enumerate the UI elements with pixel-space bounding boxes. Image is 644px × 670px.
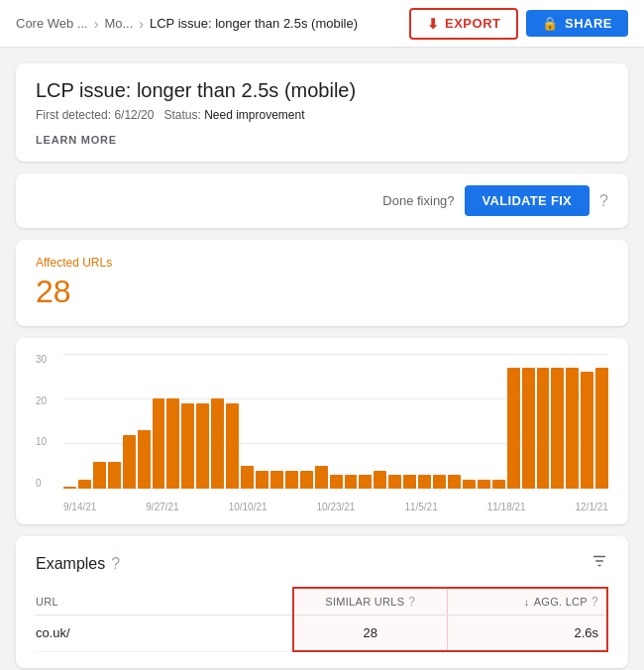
x-labels: 9/14/21 9/27/21 10/10/21 10/23/21 11/5/2… xyxy=(63,502,608,512)
chart-bar-19 xyxy=(345,475,358,489)
chart-bar-22 xyxy=(388,475,401,489)
chart-bar-14 xyxy=(270,471,283,489)
chart-bar-1 xyxy=(78,480,91,489)
done-fixing-text: Done fixing? xyxy=(382,193,454,208)
chart-bar-35 xyxy=(581,372,593,489)
examples-help-icon[interactable]: ? xyxy=(111,555,120,573)
chart-bar-29 xyxy=(492,480,505,489)
x-label-3: 10/23/21 xyxy=(317,502,356,512)
chart-bar-2 xyxy=(93,462,106,489)
breadcrumb: Core Web ... › Mo... › LCP issue: longer… xyxy=(16,16,358,32)
chart-bar-23 xyxy=(403,475,416,489)
lcp-header-inner: ↓ Agg. LCP ? xyxy=(456,595,598,609)
chart-bar-7 xyxy=(166,398,179,489)
similar-col-label: Similar URLs xyxy=(325,596,404,608)
x-label-2: 10/10/21 xyxy=(229,502,268,512)
lock-icon: 🔒 xyxy=(542,16,559,31)
col-header-similar: Similar URLs ? xyxy=(293,588,448,615)
chart-bar-15 xyxy=(285,471,298,489)
similar-cell: 28 xyxy=(293,615,448,652)
table-header-row: URL Similar URLs ? ↓ Agg xyxy=(36,588,607,615)
export-label: EXPORT xyxy=(445,16,500,31)
lcp-cell: 2.6s xyxy=(447,615,607,652)
learn-more-link[interactable]: LEARN MORE xyxy=(36,134,608,146)
breadcrumb-current: LCP issue: longer than 2.5s (mobile) xyxy=(150,16,358,31)
breadcrumb-separator-2: › xyxy=(139,16,144,32)
x-label-6: 12/1/21 xyxy=(576,502,608,512)
chart-bar-11 xyxy=(226,403,239,489)
x-label-0: 9/14/21 xyxy=(63,502,96,512)
chart-bar-33 xyxy=(551,368,564,489)
chart-bar-30 xyxy=(507,368,520,489)
chart-bar-6 xyxy=(153,398,165,489)
chart-bar-9 xyxy=(196,403,209,489)
chart-bar-18 xyxy=(330,475,343,489)
nav-actions: ⬇ EXPORT 🔒 SHARE xyxy=(409,8,628,40)
chart-bar-28 xyxy=(478,480,490,489)
affected-urls-label: Affected URLs xyxy=(36,256,608,270)
examples-title: Examples ? xyxy=(36,555,120,573)
chart-bar-5 xyxy=(138,430,151,489)
help-icon[interactable]: ? xyxy=(599,192,608,210)
x-label-1: 9/27/21 xyxy=(146,502,178,512)
lcp-col-label: Agg. LCP xyxy=(534,596,588,608)
chart-y-labels: 30 20 10 0 xyxy=(36,354,47,489)
issue-meta: First detected: 6/12/20 Status: Need imp… xyxy=(36,108,608,122)
chart-bar-13 xyxy=(256,471,268,489)
url-col-label: URL xyxy=(36,596,58,608)
y-label-30: 30 xyxy=(36,354,47,365)
issue-title: LCP issue: longer than 2.5s (mobile) xyxy=(36,79,608,102)
validate-fix-button[interactable]: VALIDATE FIX xyxy=(465,185,590,216)
col-header-url: URL xyxy=(36,588,293,615)
chart-bar-24 xyxy=(418,475,431,489)
chart-card: 30 20 10 0 9/14/21 9/27/21 10/10/21 10/2… xyxy=(16,338,628,524)
chart-bar-36 xyxy=(595,368,608,489)
chart-bar-16 xyxy=(300,471,313,489)
export-button[interactable]: ⬇ EXPORT xyxy=(409,8,519,40)
examples-title-text: Examples xyxy=(36,555,105,573)
y-label-20: 20 xyxy=(36,395,47,406)
chart-bar-0 xyxy=(63,487,76,489)
top-nav: Core Web ... › Mo... › LCP issue: longer… xyxy=(0,0,644,48)
chart-bar-17 xyxy=(315,466,328,489)
table-row: co.uk/ 28 2.6s xyxy=(36,615,607,652)
examples-header: Examples ? xyxy=(36,552,608,575)
chart-bar-32 xyxy=(537,368,550,489)
validate-fix-card: Done fixing? VALIDATE FIX ? xyxy=(16,173,628,228)
breadcrumb-item-mobile[interactable]: Mo... xyxy=(104,16,133,31)
table-wrapper: URL Similar URLs ? ↓ Agg xyxy=(36,587,608,652)
down-arrow-icon: ↓ xyxy=(524,596,530,608)
col-header-lcp: ↓ Agg. LCP ? xyxy=(447,588,607,615)
chart-bar-26 xyxy=(448,475,461,489)
chart-bar-8 xyxy=(181,403,194,489)
affected-urls-card: Affected URLs 28 xyxy=(16,240,628,326)
chart-bar-31 xyxy=(522,368,535,489)
status-text: Need improvement xyxy=(204,108,304,122)
chart-container: 30 20 10 0 9/14/21 9/27/21 10/10/21 10/2… xyxy=(36,354,608,512)
x-label-4: 11/5/21 xyxy=(404,502,437,512)
affected-urls-count: 28 xyxy=(36,274,608,310)
y-label-0: 0 xyxy=(36,478,47,489)
chart-bar-27 xyxy=(463,480,476,489)
filter-icon[interactable] xyxy=(590,552,608,575)
lcp-help-icon[interactable]: ? xyxy=(591,595,598,609)
bars-area xyxy=(63,354,608,489)
chart-bar-12 xyxy=(241,466,254,489)
breadcrumb-item-core[interactable]: Core Web ... xyxy=(16,16,88,31)
first-detected: 6/12/20 xyxy=(114,108,154,122)
chart-bar-10 xyxy=(211,398,224,489)
issue-header-card: LCP issue: longer than 2.5s (mobile) Fir… xyxy=(16,63,628,162)
url-cell: co.uk/ xyxy=(36,615,293,652)
similar-header-inner: Similar URLs ? xyxy=(302,595,439,609)
similar-help-icon[interactable]: ? xyxy=(408,595,415,609)
export-icon: ⬇ xyxy=(427,16,440,32)
chart-bar-4 xyxy=(123,435,136,489)
share-button[interactable]: 🔒 SHARE xyxy=(526,10,628,37)
chart-bar-34 xyxy=(566,368,579,489)
chart-bar-25 xyxy=(433,475,446,489)
share-label: SHARE xyxy=(565,16,612,31)
breadcrumb-separator-1: › xyxy=(94,16,99,32)
main-content: LCP issue: longer than 2.5s (mobile) Fir… xyxy=(0,48,644,670)
chart-bar-20 xyxy=(359,475,372,489)
chart-bar-21 xyxy=(374,471,386,489)
